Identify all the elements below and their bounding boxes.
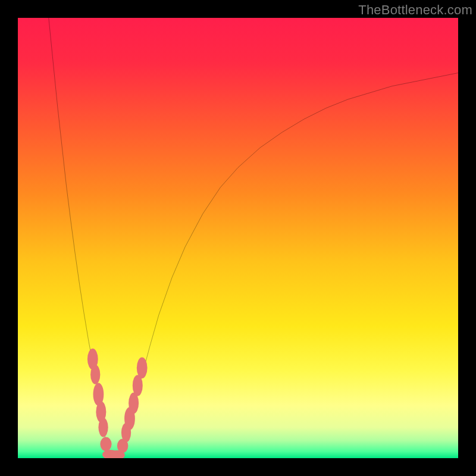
bottleneck-curve — [18, 18, 458, 458]
curve-marker — [90, 365, 100, 384]
curve-marker — [100, 437, 111, 451]
curve-markers — [87, 349, 148, 458]
curve-marker — [98, 418, 108, 437]
plot-area — [18, 18, 458, 458]
chart-frame: TheBottleneck.com — [0, 0, 476, 476]
curve-path — [49, 18, 458, 458]
curve-marker — [137, 358, 148, 379]
watermark-text: TheBottleneck.com — [358, 2, 472, 18]
